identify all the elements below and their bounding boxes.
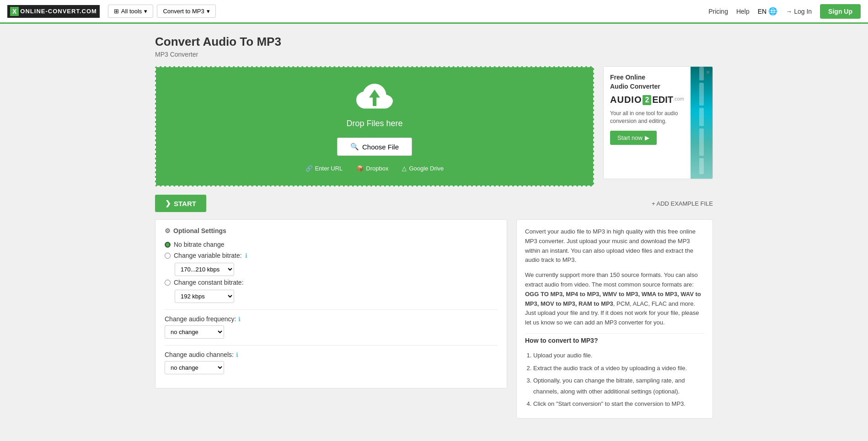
signup-button[interactable]: Sign Up [820,4,861,19]
drop-text: Drop Files here [346,119,402,128]
no-bitrate-label: No bitrate change [174,241,225,248]
ad-bar-4 [699,128,704,156]
arrow-right-icon: ▶ [645,134,649,141]
frequency-select[interactable]: no change 8000 Hz 11025 Hz 16000 Hz 2205… [165,325,224,339]
no-bitrate-option: No bitrate change [165,241,498,248]
top-row: Drop Files here 🔍 Choose File 🔗 Enter UR… [155,66,713,186]
audio-frequency-group: Change audio frequency: ℹ no change 8000… [165,315,498,339]
audio-frequency-label: Change audio frequency: ℹ [165,315,498,323]
all-tools-button[interactable]: ⊞ All tools ▾ [108,5,154,18]
ad-left: Free Online Audio Converter AUDIO 2 EDIT… [604,67,691,179]
settings-title: ⚙ Optional Settings [165,227,498,234]
language-button[interactable]: EN 🌐 [758,7,777,16]
constant-bitrate-select-wrap: 192 kbps 128 kbps 256 kbps 320 kbps 64 k… [175,290,498,303]
logo[interactable]: X ONLINE-CONVERT.COM [7,5,100,18]
ad-brand: AUDIO 2 EDIT .com [610,95,684,105]
variable-bitrate-select-wrap: 170...210 kbps 130...170 kbps 190...250 … [175,263,498,276]
variable-bitrate-option: Change variable bitrate: ℹ [165,252,498,259]
ad-cta-button[interactable]: Start now ▶ [610,131,657,145]
link-row: 🔗 Enter URL 📦 Dropbox △ Google Drive [305,165,444,172]
chevron-right-icon: ❯ [165,199,171,207]
settings-info-row: ⚙ Optional Settings No bitrate change Ch… [155,219,713,419]
audio-channels-label: Change audio channels: ℹ [165,351,498,358]
pricing-link[interactable]: Pricing [708,8,728,15]
header: X ONLINE-CONVERT.COM ⊞ All tools ▾ Conve… [0,0,868,24]
gear-icon: ⚙ [165,227,171,234]
arrow-icon: → [786,8,792,15]
grid-icon: ⊞ [114,8,119,15]
list-item: Click on "Start conversion" to start the… [533,398,704,409]
variable-bitrate-label: Change variable bitrate: [174,252,242,259]
dropbox-icon: 📦 [356,165,364,172]
start-button[interactable]: ❯ START [155,195,206,212]
search-icon: 🔍 [350,143,359,151]
ad-decoration [691,67,713,179]
convert-to-mp3-button[interactable]: Convert to MP3 ▾ [157,5,215,18]
add-example-button[interactable]: + ADD EXAMPLE FILE [652,200,713,207]
logo-x: X [10,7,19,16]
logo-text: ONLINE-CONVERT.COM [20,8,97,15]
ad-panel: × Free Online Audio Converter AUDIO 2 ED… [603,66,713,179]
drive-icon: △ [402,165,407,172]
page-subtitle: MP3 Converter [155,51,713,58]
constant-bitrate-select[interactable]: 192 kbps 128 kbps 256 kbps 320 kbps 64 k… [175,290,234,303]
ad-content: Free Online Audio Converter AUDIO 2 EDIT… [604,67,713,179]
channels-select-wrap: no change 1 (mono) 2 (stereo) [165,361,498,374]
choose-file-button[interactable]: 🔍 Choose File [337,138,412,156]
link-icon: 🔗 [305,165,313,172]
chevron-down-icon-convert: ▾ [207,8,210,15]
ad-bar-3 [699,108,704,126]
globe-icon: 🌐 [768,7,777,16]
channels-select[interactable]: no change 1 (mono) 2 (stereo) [165,361,224,374]
no-bitrate-radio[interactable] [165,242,171,248]
ad-tagline: Your all in one tool for audio conversio… [610,110,684,125]
google-drive-link[interactable]: △ Google Drive [402,165,444,172]
dropbox-link[interactable]: 📦 Dropbox [356,165,388,172]
ad-close-button[interactable]: × [706,69,710,76]
ad-bar-2 [699,83,704,106]
frequency-info-icon[interactable]: ℹ [238,316,241,323]
variable-info-icon[interactable]: ℹ [245,252,247,259]
ad-bar-5 [699,158,704,174]
ad-bar-1 [699,67,704,80]
main-content: Convert Audio To MP3 MP3 Converter Drop … [146,24,722,430]
start-row: ❯ START + ADD EXAMPLE FILE [155,195,713,212]
optional-settings-panel: ⚙ Optional Settings No bitrate change Ch… [155,219,507,388]
cloud-upload-icon [356,81,393,114]
variable-bitrate-select[interactable]: 170...210 kbps 130...170 kbps 190...250 … [175,263,234,276]
info-panel: Convert your audio file to MP3 in high q… [516,219,713,419]
list-item: Upload your audio file. [533,350,704,361]
info-paragraph-1: Convert your audio file to MP3 in high q… [525,227,704,265]
dropzone[interactable]: Drop Files here 🔍 Choose File 🔗 Enter UR… [155,66,594,186]
list-item: Extract the audio track of a video by up… [533,363,704,373]
ad-free-title: Free Online Audio Converter [610,73,684,91]
login-button[interactable]: → Log In [786,8,812,15]
help-link[interactable]: Help [736,8,750,15]
enter-url-link[interactable]: 🔗 Enter URL [305,165,343,172]
how-to-title: How to convert to MP3? [525,333,704,345]
page-title: Convert Audio To MP3 [155,35,713,49]
constant-bitrate-label: Change constant bitrate: [174,279,244,286]
how-to-list: Upload your audio file. Extract the audi… [525,350,704,409]
audio-channels-group: Change audio channels: ℹ no change 1 (mo… [165,351,498,374]
frequency-select-wrap: no change 8000 Hz 11025 Hz 16000 Hz 2205… [165,325,498,339]
list-item: Optionally, you can change the bitrate, … [533,375,704,397]
bitrate-radio-group: No bitrate change Change variable bitrat… [165,241,498,303]
info-paragraph-2: We currently support more than 150 sourc… [525,271,704,328]
chevron-down-icon: ▾ [144,8,147,15]
header-right: Pricing Help EN 🌐 → Log In Sign Up [708,4,861,19]
variable-bitrate-radio[interactable] [165,253,171,259]
constant-bitrate-option: Change constant bitrate: [165,279,498,286]
constant-bitrate-radio[interactable] [165,280,171,286]
channels-info-icon[interactable]: ℹ [236,351,238,358]
